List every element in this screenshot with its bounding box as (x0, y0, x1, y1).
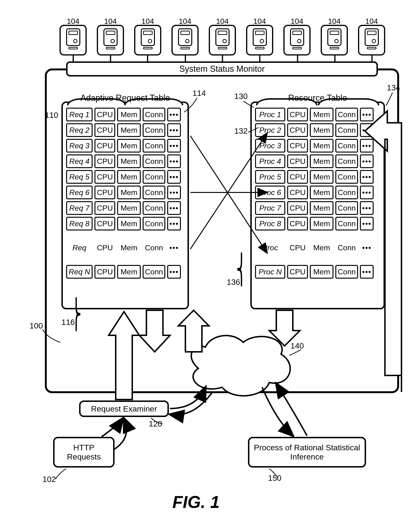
ref-100: 100 (30, 321, 43, 330)
server-icon: 104 (134, 25, 161, 56)
table-cell: ••• (167, 170, 181, 184)
table-cell: Conn (335, 232, 358, 263)
table-cell: ••• (360, 108, 374, 121)
table-cell: Conn (143, 201, 165, 215)
table-row: Req NCPUMemConn••• (66, 265, 184, 279)
table-cell: Conn (335, 185, 358, 199)
table-cell: CPU (287, 154, 308, 168)
table-row: ProcCPUMemConn••• (255, 232, 380, 263)
table-cell: Mem (310, 217, 334, 231)
table-cell: ••• (167, 139, 181, 152)
table-cell: ••• (360, 232, 374, 263)
table-cell: CPU (287, 170, 308, 184)
ref-110: 110 (45, 111, 58, 120)
table-cell: CPU (287, 108, 308, 121)
server-icon: 104 (283, 25, 311, 56)
table-cell: ••• (360, 139, 374, 152)
table-row: Req 5CPUMemConn••• (66, 170, 184, 184)
table-cell: CPU (94, 123, 115, 137)
table-cell: Mem (117, 170, 141, 184)
server-ref-label: 104 (291, 17, 303, 26)
server-ref-label: 104 (216, 17, 229, 26)
table-row: Req 3CPUMemConn••• (66, 139, 184, 152)
table-cell: ••• (167, 201, 181, 215)
table-cell: Proc 4 (255, 154, 285, 168)
request-examiner: Request Examiner (79, 401, 169, 417)
table-cell: Mem (117, 201, 141, 215)
table-cell: Mem (310, 265, 334, 279)
server-icon: 104 (59, 25, 87, 56)
resource-table-title: Resource Table (288, 93, 347, 103)
server-icon: 104 (246, 25, 273, 56)
table-cell: Req (66, 232, 93, 263)
figure-label: FIG. 1 (172, 492, 220, 512)
brace-136: ⎨ (236, 253, 247, 286)
adaptive-request-table: Adaptive Request Table Req 1CPUMemConn••… (61, 102, 189, 309)
table-cell: Conn (143, 170, 165, 184)
ref-132: 132 (234, 126, 248, 136)
rational-inference: Process of Rational Statistical Inferenc… (248, 437, 366, 468)
table-row: Proc NCPUMemConn••• (255, 265, 380, 279)
table-row: Req 2CPUMemConn••• (66, 123, 184, 137)
table-cell: Mem (117, 265, 141, 279)
table-cell: ••• (167, 217, 181, 231)
table-row: Proc 3CPUMemConn••• (255, 139, 380, 152)
table-cell: Req 5 (66, 170, 93, 184)
table-cell: ••• (360, 154, 374, 168)
table-row: Req 4CPUMemConn••• (66, 154, 184, 168)
table-cell: Req 6 (66, 185, 93, 199)
table-cell: ••• (167, 123, 181, 137)
table-cell: Proc 7 (255, 201, 285, 215)
table-cell: CPU (287, 217, 308, 231)
server-icon: 104 (209, 25, 236, 56)
table-cell: ••• (167, 232, 181, 263)
table-cell: Conn (143, 108, 165, 121)
table-cell: CPU (287, 232, 308, 263)
table-row: Req 6CPUMemConn••• (66, 185, 184, 199)
table-cell: Mem (310, 154, 334, 168)
table-cell: Conn (143, 154, 165, 168)
table-row: Proc 8CPUMemConn••• (255, 217, 380, 231)
table-cell: CPU (287, 123, 308, 137)
server-ref-label: 104 (67, 17, 79, 26)
table-cell: CPU (94, 232, 115, 263)
table-cell: Proc 3 (255, 139, 285, 152)
table-cell: ••• (360, 123, 374, 137)
table-row: Proc 4CPUMemConn••• (255, 154, 380, 168)
table-row: ReqCPUMemConn••• (66, 232, 184, 263)
table-cell: Mem (117, 217, 141, 231)
table-cell: ••• (360, 201, 374, 215)
table-row: Proc 1CPUMemConn••• (255, 108, 380, 121)
table-cell: Mem (117, 108, 141, 121)
table-cell: Mem (310, 201, 334, 215)
table-cell: Proc 1 (255, 108, 285, 121)
table-cell: Conn (143, 232, 165, 263)
table-cell: Req 7 (66, 201, 93, 215)
table-cell: Conn (335, 201, 358, 215)
table-cell: Mem (310, 170, 334, 184)
table-cell: CPU (287, 185, 308, 199)
table-cell: ••• (167, 185, 181, 199)
table-cell: Proc 2 (255, 123, 285, 137)
table-cell: Conn (143, 139, 165, 152)
table-cell: CPU (287, 201, 308, 215)
table-cell: Mem (117, 154, 141, 168)
server-icon: 104 (97, 25, 124, 56)
table-cell: Req 3 (66, 139, 93, 152)
table-row: Proc 2CPUMemConn••• (255, 123, 380, 137)
table-cell: Req 2 (66, 123, 93, 137)
server-ref-label: 104 (253, 17, 266, 26)
table-cell: Conn (335, 170, 358, 184)
table-cell: Mem (117, 139, 141, 152)
table-cell: Conn (335, 108, 358, 121)
ref-114: 114 (192, 89, 206, 98)
table-cell: Mem (117, 185, 141, 199)
adaptive-request-table-title: Adaptive Request Table (80, 93, 170, 103)
table-cell: CPU (287, 265, 308, 279)
table-cell: CPU (94, 185, 115, 199)
table-cell: Conn (335, 265, 358, 279)
table-cell: CPU (94, 201, 115, 215)
table-cell: Proc 5 (255, 170, 285, 184)
table-cell: Proc 6 (255, 185, 285, 199)
table-cell: CPU (94, 217, 115, 231)
